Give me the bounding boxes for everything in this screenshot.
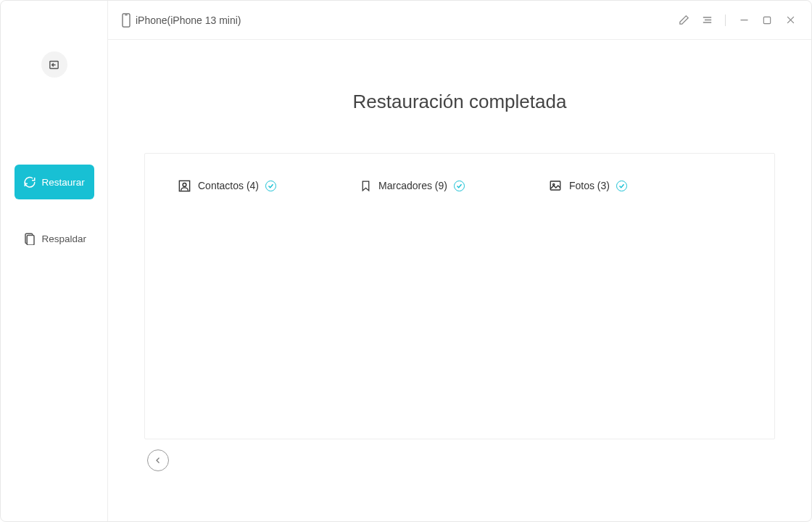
content-area: Restauración completada Contactos (4) Ma… <box>108 40 811 521</box>
device-label: iPhone(iPhone 13 mini) <box>136 14 241 26</box>
menu-icon <box>701 14 713 26</box>
restore-icon <box>23 175 36 188</box>
chevron-left-icon <box>154 456 162 465</box>
results-panel: Contactos (4) Marcadores (9) <box>144 153 775 439</box>
minimize-icon <box>739 14 750 25</box>
sidebar: Restaurar Respaldar <box>1 1 108 521</box>
main: iPhone(iPhone 13 mini) <box>108 1 811 521</box>
sidebar-item-restore[interactable]: Restaurar <box>14 165 94 199</box>
footer-nav <box>144 450 775 471</box>
edit-button[interactable] <box>676 12 692 28</box>
maximize-button[interactable] <box>759 12 775 28</box>
device-indicator: iPhone(iPhone 13 mini) <box>121 13 241 28</box>
category-contacts: Contactos (4) <box>178 177 276 194</box>
svg-rect-14 <box>550 181 560 190</box>
category-label: Marcadores (9) <box>378 180 447 191</box>
category-label: Fotos (3) <box>569 180 610 191</box>
minimize-button[interactable] <box>736 12 752 28</box>
sidebar-item-label: Restaurar <box>42 177 85 188</box>
check-icon <box>616 181 627 191</box>
check-icon <box>454 181 465 191</box>
svg-point-13 <box>183 183 186 186</box>
svg-rect-9 <box>763 17 770 23</box>
page-title: Restauración completada <box>144 91 775 113</box>
svg-rect-3 <box>123 13 130 26</box>
category-label: Contactos (4) <box>198 180 259 191</box>
back-button[interactable] <box>41 51 67 78</box>
svg-rect-2 <box>27 236 34 246</box>
backup-icon <box>23 232 36 245</box>
back-arrow-icon <box>48 59 60 71</box>
photos-icon <box>548 179 563 192</box>
sidebar-item-label: Respaldar <box>42 233 87 244</box>
bookmark-icon <box>360 179 372 193</box>
close-button[interactable] <box>782 12 798 28</box>
category-bookmarks: Marcadores (9) <box>360 177 465 194</box>
pencil-icon <box>678 14 690 26</box>
previous-button[interactable] <box>147 450 169 471</box>
contacts-icon <box>178 179 191 193</box>
category-photos: Fotos (3) <box>548 177 627 194</box>
menu-button[interactable] <box>699 12 715 28</box>
close-icon <box>785 14 796 25</box>
sidebar-item-backup[interactable]: Respaldar <box>14 221 94 256</box>
maximize-icon <box>762 15 772 25</box>
phone-icon <box>121 13 131 28</box>
check-icon <box>265 181 276 191</box>
divider <box>725 14 726 26</box>
header: iPhone(iPhone 13 mini) <box>108 1 811 40</box>
